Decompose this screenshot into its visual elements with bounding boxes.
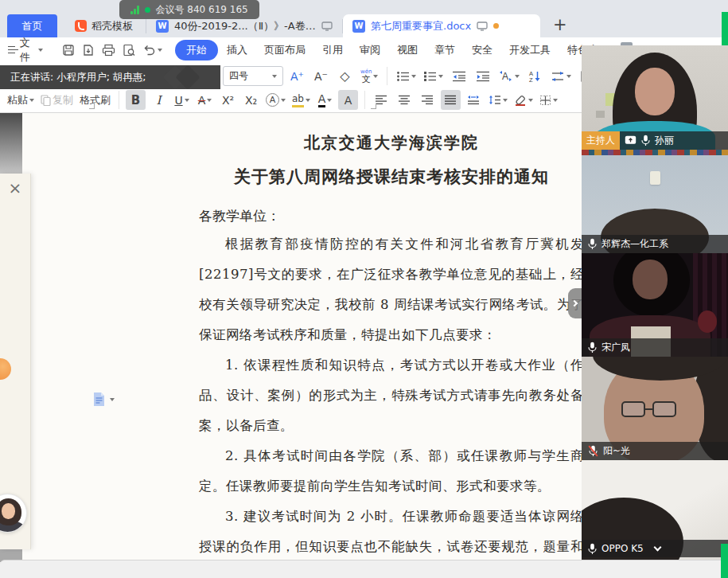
sticky-note [596, 111, 605, 118]
character-shading-button[interactable]: A [338, 90, 358, 110]
decrease-font-button[interactable]: A⁻ [311, 66, 331, 86]
format-painter-label: 格式刷 [80, 93, 111, 107]
font-color-button[interactable]: A [315, 90, 335, 110]
docer-flame-icon [75, 20, 87, 32]
now-speaking-text: 正在讲话: 小程序用户; 胡冉惠; [10, 71, 146, 84]
ribbon-tab-insert[interactable]: 插入 [219, 41, 255, 60]
export-pdf-button[interactable] [82, 44, 95, 57]
copy-label: 复制 [53, 93, 73, 107]
mic-icon [588, 238, 597, 250]
close-icon[interactable]: × [9, 180, 22, 196]
decrease-indent-button[interactable] [449, 66, 469, 86]
chevron-down-icon [272, 75, 277, 78]
canvas-left-shadow [0, 113, 22, 174]
tab-document-2-title: 第七周重要事宜.docx [371, 19, 471, 33]
chevron-right-icon [570, 300, 577, 307]
numbered-list-button[interactable] [422, 66, 445, 86]
highlight-color-button[interactable]: ab [290, 90, 312, 110]
clipboard-group-launcher-icon[interactable] [89, 103, 95, 109]
participant-video-yangguang[interactable]: 阳~光 [582, 357, 728, 460]
text-direction-button[interactable]: A [496, 66, 521, 86]
save-button[interactable] [62, 44, 75, 57]
ribbon-tab-home[interactable]: 开始 [175, 40, 218, 61]
share-border-green-top [722, 12, 728, 45]
tab-home[interactable]: 首页 [7, 14, 57, 37]
strikethrough-button[interactable]: A [195, 90, 215, 110]
distribute-button[interactable] [464, 90, 484, 110]
light-switch [650, 171, 660, 185]
mic-icon [641, 135, 650, 146]
undo-button[interactable] [142, 45, 162, 56]
justify-button[interactable] [441, 90, 461, 110]
paste-button[interactable]: 粘贴 [6, 90, 36, 110]
participant-video-songguangfeng[interactable]: 宋广凤 [582, 253, 728, 357]
notice-paragraph: 2. 具体考试时间由各学院（系、部）或任课教师与学生商定。任课教师要提前向学生告… [199, 441, 584, 502]
signal-strength-icon [130, 6, 139, 14]
superscript-button[interactable]: X² [218, 90, 238, 110]
ribbon-tab-page-layout[interactable]: 页面布局 [256, 41, 313, 60]
chevron-down-icon[interactable] [653, 544, 661, 552]
tab-document-2-active[interactable]: W 第七周重要事宜.docx [343, 14, 540, 37]
pinyin-guide-button[interactable]: wén 文 [359, 66, 380, 86]
print-button[interactable] [102, 44, 115, 57]
paragraph-mark-button[interactable] [549, 66, 573, 86]
shading-fill-button[interactable] [512, 90, 535, 110]
participant-video-sunli[interactable]: 主持人 孙丽 [582, 45, 728, 150]
scanned-notice: 北京交通大学海滨学院 关于第八周网络授课结束考核安排的通知 各教学单位： 根据教… [199, 132, 584, 578]
page-tool-button[interactable] [92, 392, 115, 407]
mic-icon [588, 342, 597, 353]
bold-button[interactable]: B [126, 90, 146, 110]
emoji-peach-icon[interactable] [0, 358, 11, 380]
chevron-down-icon [110, 398, 115, 401]
video-panel-toggle[interactable] [568, 288, 582, 318]
ribbon-tab-security[interactable]: 安全 [464, 41, 500, 60]
ribbon-tab-review[interactable]: 审阅 [352, 41, 388, 60]
person-silhouette [633, 260, 668, 299]
line-spacing-button[interactable] [487, 90, 509, 110]
format-painter-button[interactable]: 格式刷 [78, 90, 112, 110]
beauty-avatar[interactable] [0, 494, 27, 533]
tab-document-1-title: 40份-2019-2...（Ⅱ）》-A卷答案 [174, 19, 316, 33]
print-preview-button[interactable] [123, 44, 135, 57]
participant-name: 宋广凤 [601, 341, 630, 354]
font-size-select[interactable]: 四号 [223, 66, 283, 86]
bookshelf-strip [582, 150, 728, 155]
ribbon-tab-view[interactable]: 视图 [389, 41, 426, 60]
meeting-id-pill[interactable]: 会议号 840 619 165 [119, 0, 259, 19]
ribbon-tab-references[interactable]: 引用 [314, 41, 351, 60]
divider [364, 91, 365, 109]
align-right-button[interactable] [418, 90, 438, 110]
borders-button[interactable] [538, 90, 559, 110]
bullet-list-button[interactable] [395, 66, 418, 86]
font-group-launcher-icon[interactable] [371, 103, 376, 109]
ribbon-tab-section[interactable]: 章节 [426, 41, 463, 60]
ribbon-tab-dev-tools[interactable]: 开发工具 [501, 41, 559, 60]
ribbon-tabs: 开始 插入 页面布局 引用 审阅 视图 章节 安全 开发工具 特色应用 › [175, 40, 633, 61]
participant-video-zhenghuijie[interactable]: 郑辉杰—化工系 [582, 150, 728, 253]
blue-document-icon [92, 392, 106, 407]
copy-button[interactable]: 复制 [39, 90, 75, 110]
increase-font-button[interactable]: A⁺ [287, 66, 307, 86]
increase-indent-button[interactable] [473, 66, 492, 86]
clear-format-button[interactable]: ◇ [335, 66, 355, 86]
chevron-down-icon [373, 75, 378, 78]
underline-button[interactable]: U [172, 90, 192, 110]
text-effects-button[interactable]: A [264, 90, 287, 110]
app-window: 首页 稻壳模板 W 40份-2019-2...（Ⅱ）》-A卷答案 W 第七周重要… [0, 0, 728, 578]
document-page[interactable]: 北京交通大学海滨学院 关于第八周网络授课结束考核安排的通知 各教学单位： 根据教… [22, 113, 582, 562]
chevron-down-icon [281, 99, 286, 102]
sort-button[interactable]: AZ [525, 66, 545, 86]
italic-button[interactable]: I [149, 90, 169, 110]
quick-access-toolbar [62, 44, 162, 57]
video-participant-panel: 主持人 孙丽 郑辉杰—化工系 [582, 45, 728, 560]
svg-text:A: A [502, 71, 508, 82]
subscript-button[interactable]: X₂ [241, 90, 261, 110]
new-tab-button[interactable]: + [553, 14, 567, 35]
align-center-button[interactable] [395, 90, 415, 110]
mic-icon [588, 543, 597, 555]
participant-video-oppok5[interactable]: OPPO K5 [582, 460, 728, 560]
file-menu[interactable]: 文件 [0, 36, 51, 64]
paste-label: 粘贴 [7, 93, 28, 107]
chevron-down-icon [553, 99, 558, 102]
share-border-green-bottom [721, 544, 728, 578]
